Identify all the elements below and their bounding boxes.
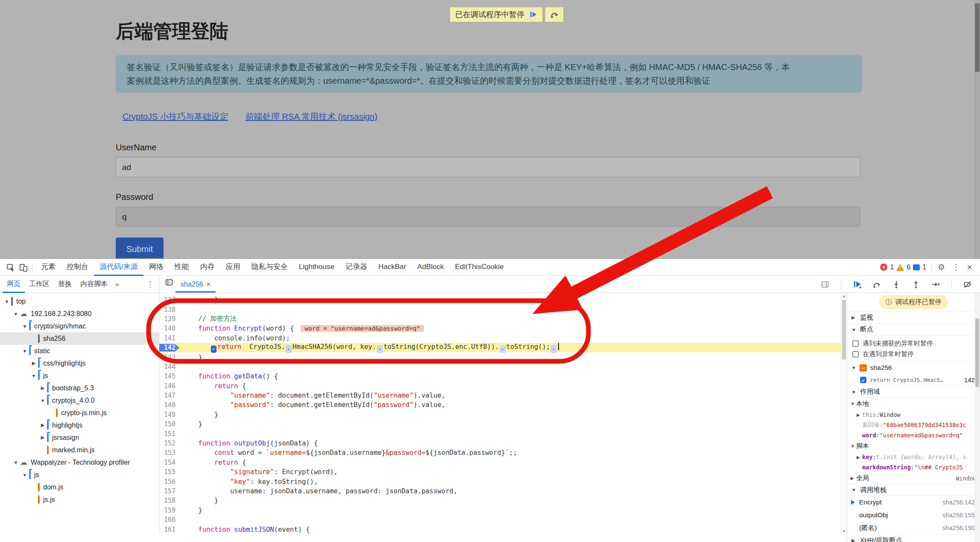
tree-item-marked.min.js[interactable]: marked.min.js (0, 444, 159, 456)
chevron-right-icon[interactable]: ▶ (857, 455, 862, 460)
device-toolbar-icon[interactable] (17, 261, 30, 274)
scope-row[interactable]: 返回值: "68bae5086379dd341538e3c (847, 420, 980, 430)
chevron-right-icon[interactable]: ▶ (39, 385, 46, 391)
tree-item-static[interactable]: ▼static (0, 345, 159, 357)
code-line-152[interactable]: 152 function outputObj(jsonData) { (159, 439, 847, 448)
scope-row[interactable]: ▶全局Window (847, 472, 980, 484)
tree-item-crypto/sign/hmac[interactable]: ▼crypto/sign/hmac (0, 320, 159, 332)
code-line-157[interactable]: 157 username: jsonData.username, passwor… (159, 486, 847, 496)
code-line-159[interactable]: 159 } (159, 506, 847, 515)
checkbox-unchecked[interactable] (852, 351, 859, 357)
tree-item-Wappalyzer - Technology profiler[interactable]: ▼☁Wappalyzer - Technology profiler (0, 456, 159, 469)
password-input[interactable] (116, 207, 860, 227)
devtools-tab-HackBar[interactable]: HackBar (373, 259, 412, 276)
line-number[interactable]: 149 (159, 411, 179, 419)
chevron-down-icon[interactable]: ▼ (21, 472, 28, 478)
checkbox-checked[interactable]: ✓ (860, 377, 866, 383)
inline-step-marker[interactable]: ▸ (211, 346, 216, 353)
devtools-tab-隐私与安全[interactable]: 隐私与安全 (246, 259, 293, 276)
line-number[interactable]: 160 (159, 516, 179, 524)
code-line-139[interactable]: 139 // 加密方法 (159, 314, 847, 324)
file-tab-close-icon[interactable]: × (207, 281, 211, 288)
tree-item-dom.js[interactable]: dom.js (0, 481, 159, 493)
pause-uncaught-option[interactable]: 遇到未捕获的异常时暂停 (847, 337, 980, 349)
scope-row[interactable]: word: "username=ad&password=q" (847, 430, 980, 440)
devtools-close-icon[interactable]: × (963, 262, 976, 273)
chevron-down-icon[interactable]: ▼ (21, 349, 28, 354)
code-line-151[interactable]: 151 (159, 429, 847, 438)
debugger-sidebar-scrollbar[interactable] (974, 293, 980, 542)
line-number[interactable]: 157 (159, 487, 179, 495)
chevron-down-icon[interactable]: ▼ (30, 373, 37, 378)
code-line-158[interactable]: 158 } (159, 496, 847, 505)
devtools-tab-源代码/来源[interactable]: 源代码/来源 (94, 259, 143, 276)
deactivate-breakpoints-icon[interactable] (961, 278, 974, 291)
devtools-tab-元素[interactable]: 元素 (35, 259, 61, 276)
inspect-element-icon[interactable] (4, 261, 17, 274)
chevron-right-icon[interactable]: ▶ (39, 422, 46, 428)
code-line-141[interactable]: 141 console.info(word); (159, 334, 847, 343)
sidebar-overflow-icon[interactable]: ⋮ (144, 280, 156, 289)
settings-gear-icon[interactable]: ⚙ (934, 262, 948, 272)
inline-step-marker[interactable]: ▸ (551, 346, 556, 353)
scope-row[interactable]: ▶key: t.init {words: Array(4), s (847, 452, 980, 462)
code-line-161[interactable]: 161 function submitJSON(event) { (159, 524, 847, 534)
line-number[interactable]: 145 (159, 372, 179, 380)
tree-item-crypto-js.min.js[interactable]: crypto-js.min.js (0, 407, 159, 419)
section-xhr-breakpoints[interactable]: ▶ XHR/提取断点 (847, 534, 980, 542)
code-line-153[interactable]: 153 const word = `username=${jsonData.us… (159, 448, 847, 457)
line-number[interactable]: 143 (159, 354, 179, 361)
line-number[interactable]: 159 (159, 507, 179, 514)
code-line-154[interactable]: 154 return { (159, 458, 847, 467)
line-number[interactable]: 138 (159, 306, 179, 313)
line-number[interactable]: 154 (159, 459, 179, 466)
submit-button[interactable]: Submit (116, 237, 164, 261)
chevron-down-icon[interactable]: ▼ (3, 299, 10, 304)
editor-scrollbar-thumb[interactable] (842, 300, 846, 360)
tree-item-js[interactable]: ▼js (0, 469, 159, 481)
editor-scrollbar[interactable]: ▲ ▼ (841, 293, 847, 534)
sidebar-tab-网页[interactable]: 网页 (3, 276, 25, 293)
sidebar-tab-工作区[interactable]: 工作区 (25, 276, 54, 293)
pause-exceptions-option[interactable]: 在遇到异常时暂停 (847, 349, 980, 361)
tree-item-top[interactable]: ▼top (0, 295, 159, 308)
code-line-146[interactable]: 146 return { (159, 381, 847, 391)
callstack-frame-Encrypt[interactable]: Encryptsha256:142 (847, 496, 980, 509)
link-rsa-jsrsasign[interactable]: 前端处理 RSA 常用技术 (jsrsasign) (246, 111, 377, 123)
line-number[interactable]: 148 (159, 401, 179, 409)
code-line-143[interactable]: 143 } (159, 352, 847, 362)
chevron-right-icon[interactable]: ▶ (857, 413, 862, 417)
page-scrollbar-thumb[interactable] (975, 3, 980, 72)
step-icon[interactable] (929, 278, 942, 291)
chevron-right-icon[interactable]: ▶ (39, 435, 46, 440)
line-number[interactable]: 147 (159, 392, 179, 399)
current-line-badge[interactable]: 142 (159, 344, 179, 352)
code-line-142[interactable]: 142 ▸return CryptoJS.▸HmacSHA256(word, k… (159, 343, 847, 352)
sidebar-tab-替换[interactable]: 替换 (54, 276, 76, 293)
sidebar-tab-内容脚本[interactable]: 内容脚本 (76, 276, 112, 293)
step-out-icon[interactable] (910, 278, 922, 291)
code-line-156[interactable]: 156 "key": key.toString(), (159, 477, 847, 486)
page-scrollbar[interactable] (974, 0, 980, 258)
chevron-down-icon[interactable]: ▼ (851, 444, 856, 448)
callstack-frame-outputObj[interactable]: outputObjsha256:155 (847, 509, 980, 521)
code-line-150[interactable]: 150 } (159, 419, 847, 429)
code-line-160[interactable]: 160 (159, 515, 847, 524)
code-line-144[interactable]: 144 (159, 362, 847, 372)
scope-row[interactable]: ▶this: Window (847, 410, 980, 420)
line-number[interactable]: 140 (159, 325, 179, 332)
code-line-145[interactable]: 145 function getData() { (159, 372, 847, 381)
code-line-148[interactable]: 148 "password": document.getElementById(… (159, 400, 847, 410)
tree-item-jsrsasign[interactable]: ▶jsrsasign (0, 431, 159, 444)
breakpoint-file-group[interactable]: ▼ ‹› sha256 (847, 361, 980, 374)
file-tab-sha256[interactable]: sha256 × (176, 276, 216, 293)
line-number[interactable]: 141 (159, 334, 179, 342)
tree-item-bootstrap_5.3[interactable]: ▶bootstrap_5.3 (0, 382, 159, 394)
step-into-icon[interactable] (890, 278, 903, 291)
resume-script-icon[interactable] (529, 11, 537, 18)
more-tabs-icon[interactable]: » (112, 281, 123, 288)
devtools-tab-EditThisCookie[interactable]: EditThisCookie (449, 259, 509, 276)
line-number[interactable]: 151 (159, 430, 179, 438)
scroll-down-icon[interactable]: ▼ (841, 529, 847, 533)
step-over-banner-button[interactable] (545, 7, 564, 22)
